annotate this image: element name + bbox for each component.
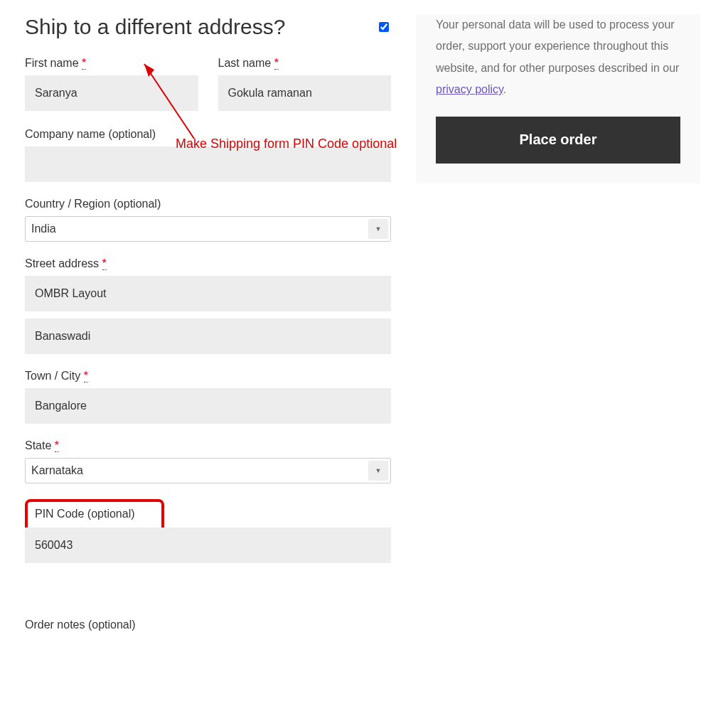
pin-input[interactable] <box>25 528 391 563</box>
state-label: State * <box>25 439 391 452</box>
required-mark: * <box>82 57 86 70</box>
country-label: Country / Region (optional) <box>25 198 391 210</box>
required-mark: * <box>102 257 107 270</box>
label-text: Town / City <box>25 370 80 382</box>
notes-label: Order notes (optional) <box>25 619 391 631</box>
street1-input[interactable] <box>25 276 391 311</box>
required-mark: * <box>55 439 59 452</box>
label-text: Last name <box>218 57 272 69</box>
label-text: First name <box>25 57 79 69</box>
required-mark: * <box>274 57 279 70</box>
privacy-blurb: Your personal data will be used to proce… <box>436 18 679 74</box>
country-select[interactable]: India ▼ <box>25 216 391 242</box>
state-value: Karnataka <box>31 464 83 477</box>
required-mark: * <box>84 370 88 382</box>
city-label: Town / City * <box>25 370 391 382</box>
street-label: Street address * <box>25 257 391 270</box>
last-name-input[interactable] <box>218 75 392 111</box>
first-name-label: First name * <box>25 57 198 70</box>
shipping-form: Ship to a different address? Make Shippi… <box>0 14 416 637</box>
label-text: State <box>25 439 51 451</box>
first-name-input[interactable] <box>25 75 198 111</box>
country-value: India <box>31 223 56 235</box>
shipping-heading: Ship to a different address? <box>25 14 285 40</box>
privacy-policy-link[interactable]: privacy policy <box>436 83 503 95</box>
place-order-button[interactable]: Place order <box>436 117 680 164</box>
chevron-down-icon: ▼ <box>368 461 388 481</box>
period: . <box>503 83 506 95</box>
state-select[interactable]: Karnataka ▼ <box>25 458 391 483</box>
ship-different-checkbox[interactable] <box>379 22 389 32</box>
company-label: Company name (optional) <box>25 128 391 141</box>
company-input[interactable] <box>25 146 391 182</box>
chevron-down-icon: ▼ <box>368 219 388 239</box>
label-text: Street address <box>25 257 99 269</box>
privacy-text: Your personal data will be used to proce… <box>436 14 680 101</box>
street2-input[interactable] <box>25 319 391 354</box>
last-name-label: Last name * <box>218 57 392 70</box>
order-sidebar: Your personal data will be used to proce… <box>416 14 711 183</box>
pin-label: PIN Code (optional) <box>35 508 156 520</box>
city-input[interactable] <box>25 388 391 424</box>
